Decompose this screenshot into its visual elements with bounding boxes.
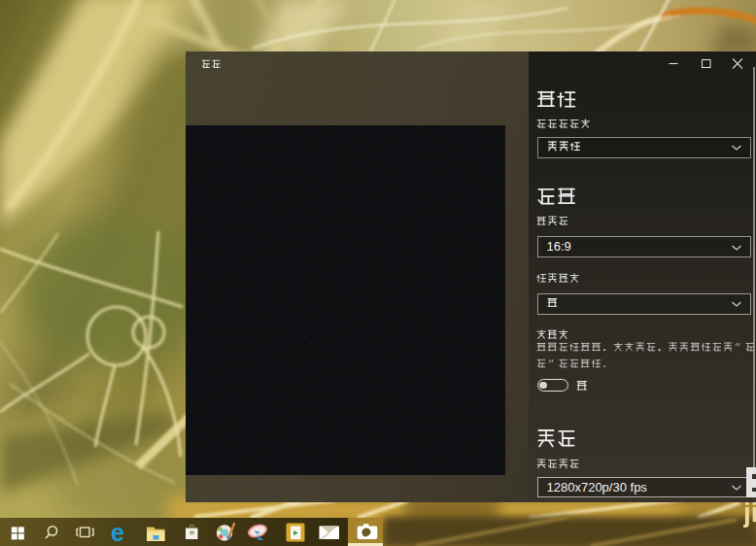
svg-text:e: e [111,519,124,546]
